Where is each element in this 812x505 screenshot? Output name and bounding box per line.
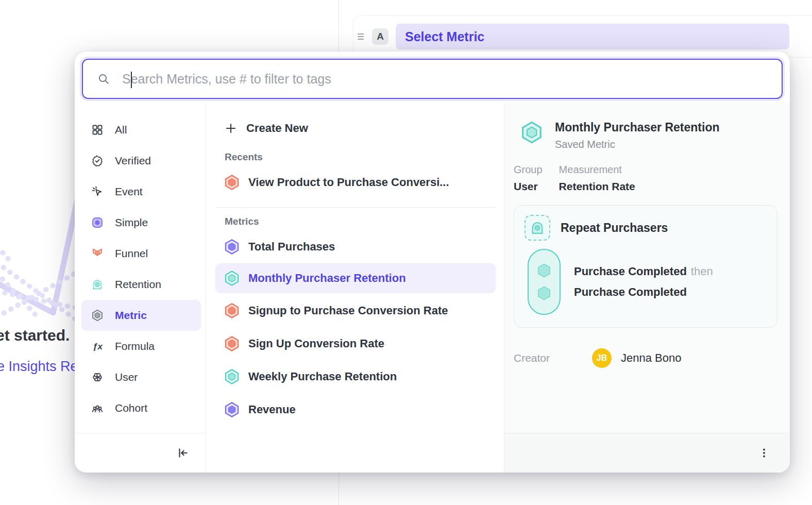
detail-subtitle: Saved Metric xyxy=(555,139,719,150)
sidebar-footer xyxy=(75,433,206,473)
text-cursor xyxy=(131,72,132,88)
creator-label: Creator xyxy=(514,352,592,364)
sidebar-item-metric[interactable]: Metric xyxy=(81,300,201,331)
metric-item-total-purchases[interactable]: Total Purchases xyxy=(206,230,504,263)
list-divider xyxy=(215,207,496,208)
create-new-button[interactable]: Create New xyxy=(206,113,504,143)
metric-item-monthly-purchaser-retention[interactable]: Monthly Purchaser Retention xyxy=(215,263,496,293)
metric-hexagon-icon-teal xyxy=(224,368,240,385)
metric-hexagon-icon-teal xyxy=(224,270,240,287)
saved-metric-hexagon-icon xyxy=(520,121,544,144)
metric-list-panel: Create New Recents View Product to Purch… xyxy=(206,103,504,473)
creator-avatar: JB xyxy=(592,348,612,368)
cursor-click-icon xyxy=(91,186,104,198)
recent-metric-item[interactable]: View Product to Purchase Conversi... xyxy=(206,166,504,199)
definition-name: Repeat Purchasers xyxy=(561,221,668,235)
metric-item-label: Signup to Purchase Conversion Rate xyxy=(248,304,448,317)
metric-item-label: Sign Up Conversion Rate xyxy=(248,337,384,350)
metric-picker-modal: All Verified Event xyxy=(75,52,790,473)
sequence-connector: then xyxy=(691,265,713,278)
sequence-step: Purchase Completed xyxy=(574,282,713,302)
sidebar-item-cohort[interactable]: Cohort xyxy=(75,393,206,424)
page-heading-partial: et started. xyxy=(0,327,70,344)
metric-hexagon-icon-salmon xyxy=(224,335,240,352)
retention-arch-icon xyxy=(91,278,104,291)
metric-item-weekly-purchase-retention[interactable]: Weekly Purchase Retention xyxy=(206,360,504,393)
sidebar-item-simple[interactable]: Simple xyxy=(75,207,206,238)
search-box[interactable] xyxy=(82,59,783,99)
more-options-button[interactable] xyxy=(755,444,773,462)
formula-glyph: ƒx xyxy=(93,342,103,351)
filter-sidebar: All Verified Event xyxy=(75,103,206,473)
kebab-menu-icon xyxy=(758,447,770,459)
sidebar-item-label: Event xyxy=(115,186,143,198)
sidebar-item-funnel[interactable]: Funnel xyxy=(75,238,206,269)
sidebar-item-label: Funnel xyxy=(115,247,148,260)
insights-report-link-partial[interactable]: e Insights Re xyxy=(0,359,78,375)
sidebar-item-label: Metric xyxy=(115,309,147,322)
metric-detail-panel: Monthly Purchaser Retention Saved Metric… xyxy=(504,103,790,473)
detail-footer xyxy=(504,433,790,473)
metric-hexagon-icon-salmon xyxy=(224,302,240,319)
sidebar-item-label: User xyxy=(115,371,138,383)
sequence-capsule xyxy=(528,249,561,315)
formula-icon: ƒx xyxy=(91,340,104,352)
sidebar-item-event[interactable]: Event xyxy=(75,176,206,207)
cohort-people-icon xyxy=(91,402,104,414)
metric-item-label: Revenue xyxy=(248,403,296,416)
search-input[interactable] xyxy=(122,72,771,87)
metrics-heading: Metrics xyxy=(225,216,504,227)
simple-metric-icon xyxy=(91,216,104,229)
metric-hexagon-icon xyxy=(91,309,104,322)
metric-hexagon-icon-purple xyxy=(224,401,240,418)
metric-item-label: View Product to Purchase Conversi... xyxy=(248,176,449,189)
property-measurement: Measurement Retention Rate xyxy=(559,164,635,193)
metric-item-label: Monthly Purchaser Retention xyxy=(248,272,406,285)
metric-hexagon-icon-purple xyxy=(224,239,240,255)
recents-heading: Recents xyxy=(225,152,504,163)
collapse-sidebar-button[interactable] xyxy=(174,444,192,462)
collapse-left-icon xyxy=(176,446,190,460)
detail-title: Monthly Purchaser Retention xyxy=(555,121,719,134)
create-new-label: Create New xyxy=(246,122,308,135)
property-label: Group xyxy=(514,164,543,176)
metric-hexagon-icon-salmon xyxy=(224,174,240,191)
sidebar-item-formula[interactable]: ƒx Formula xyxy=(75,331,206,362)
creator-row: Creator JB Jenna Bono xyxy=(514,348,777,368)
definition-card: Repeat Purchasers xyxy=(514,205,777,328)
verified-badge-icon xyxy=(91,155,104,167)
sidebar-item-all[interactable]: All xyxy=(75,114,206,145)
clause-letter-badge[interactable]: A xyxy=(372,28,388,45)
sidebar-item-label: Cohort xyxy=(115,402,147,414)
step-hexagon-icon xyxy=(536,262,552,279)
select-metric-pill[interactable]: Select Metric xyxy=(396,24,789,49)
retention-arch-icon xyxy=(530,220,545,235)
sidebar-item-label: Simple xyxy=(115,216,148,229)
user-cluster-icon xyxy=(91,371,104,383)
metric-item-revenue[interactable]: Revenue xyxy=(206,393,504,426)
property-group: Group User xyxy=(514,164,543,193)
sidebar-item-retention[interactable]: Retention xyxy=(75,269,206,300)
property-label: Measurement xyxy=(559,164,635,176)
property-value: Retention Rate xyxy=(559,180,635,193)
creator-name: Jenna Bono xyxy=(621,351,681,365)
retention-definition-icon-box xyxy=(525,215,550,241)
sidebar-item-label: All xyxy=(115,124,127,136)
grid-icon xyxy=(91,124,104,136)
sidebar-item-label: Formula xyxy=(115,340,155,352)
step-hexagon-icon xyxy=(536,285,552,301)
drag-handle-icon[interactable] xyxy=(358,31,369,42)
sidebar-item-label: Retention xyxy=(115,278,161,291)
search-icon xyxy=(97,73,110,85)
metric-item-label: Total Purchases xyxy=(248,240,335,254)
sidebar-item-user[interactable]: User xyxy=(75,362,206,393)
sequence-step: Purchase Completed xyxy=(574,265,687,278)
funnel-icon xyxy=(91,247,104,260)
sidebar-item-label: Verified xyxy=(115,155,151,167)
metric-item-signup-to-purchase-conversion-rate[interactable]: Signup to Purchase Conversion Rate xyxy=(206,294,504,327)
sidebar-item-verified[interactable]: Verified xyxy=(75,145,206,176)
property-value: User xyxy=(514,180,543,193)
plus-icon xyxy=(225,122,237,134)
metric-item-sign-up-conversion-rate[interactable]: Sign Up Conversion Rate xyxy=(206,327,504,360)
metric-item-label: Weekly Purchase Retention xyxy=(248,370,397,383)
